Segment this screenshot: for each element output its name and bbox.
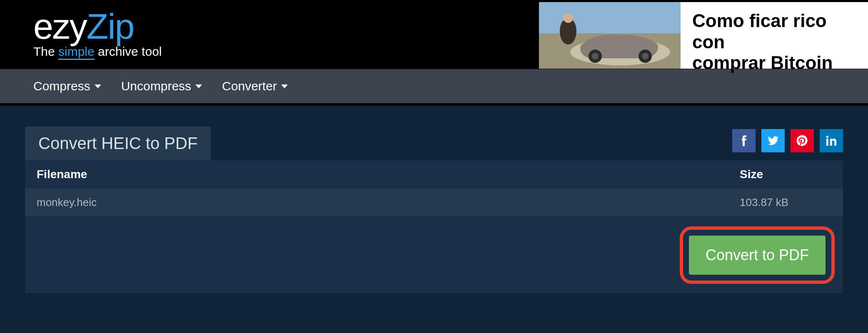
page-title: Convert HEIC to PDF: [25, 127, 211, 160]
svg-point-8: [563, 13, 573, 23]
logo-zip: Zip: [87, 6, 134, 46]
chevron-down-icon: [195, 84, 202, 88]
twitter-icon: [766, 134, 780, 147]
table-header-filename: Filename: [37, 168, 740, 181]
linkedin-icon: [825, 134, 838, 147]
nav-converter[interactable]: Converter: [222, 79, 288, 93]
action-footer: Convert to PDF: [25, 216, 843, 293]
ad-image: [539, 2, 681, 69]
chevron-down-icon: [281, 84, 288, 88]
file-table: Filename Size monkey.heic 103.87 kB Conv…: [25, 160, 843, 293]
tagline-accent: simple: [58, 45, 95, 60]
nav-uncompress[interactable]: Uncompress: [121, 79, 202, 93]
ad-line1: Como ficar rico con: [692, 10, 856, 52]
share-linkedin-button[interactable]: [820, 129, 843, 152]
header: ezyZip The simple archive tool AD Como f…: [0, 0, 868, 69]
table-header-size: Size: [740, 168, 831, 181]
svg-point-6: [642, 53, 649, 60]
share-pinterest-button[interactable]: [791, 129, 814, 152]
nav-uncompress-label: Uncompress: [121, 79, 191, 93]
cell-size: 103.87 kB: [740, 196, 831, 209]
convert-to-pdf-button[interactable]: Convert to PDF: [689, 236, 826, 275]
ad-banner[interactable]: AD Como ficar rico con comprar Bitcoin: [539, 2, 868, 69]
nav-compress[interactable]: Compress: [33, 79, 101, 93]
cell-filename: monkey.heic: [37, 196, 740, 209]
facebook-icon: [737, 134, 751, 147]
social-share-row: [732, 129, 843, 152]
share-twitter-button[interactable]: [761, 129, 785, 152]
svg-point-5: [592, 53, 599, 60]
navbar: Compress Uncompress Converter: [0, 69, 868, 103]
logo-block[interactable]: ezyZip The simple archive tool: [33, 10, 162, 58]
nav-converter-label: Converter: [222, 79, 277, 93]
tagline-prefix: The: [33, 45, 58, 58]
table-row: monkey.heic 103.87 kB: [25, 189, 843, 216]
title-row: Convert HEIC to PDF: [25, 127, 843, 160]
main-content: Convert HEIC to PDF Filename Size monkey…: [0, 103, 868, 333]
share-facebook-button[interactable]: [732, 129, 756, 152]
pinterest-icon: [796, 134, 809, 147]
tagline-suffix: archive tool: [95, 45, 162, 58]
logo: ezyZip: [33, 10, 162, 42]
chevron-down-icon: [95, 84, 101, 88]
tagline: The simple archive tool: [33, 45, 162, 59]
ad-line2: comprar Bitcoin: [692, 52, 856, 74]
nav-compress-label: Compress: [33, 79, 90, 93]
table-header: Filename Size: [25, 160, 843, 189]
convert-highlight: Convert to PDF: [680, 226, 835, 284]
logo-ezy: ezy: [33, 6, 87, 46]
ad-text: Como ficar rico con comprar Bitcoin: [681, 2, 868, 69]
